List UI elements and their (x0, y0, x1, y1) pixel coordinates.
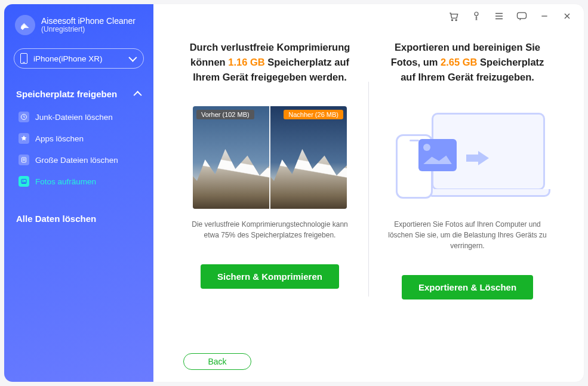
device-selector[interactable]: iPhone(iPhone XR) (14, 48, 144, 69)
sidebar-item-label: Fotos aufräumen (35, 177, 96, 186)
app-window: Aiseesoft iPhone Cleaner (Unregistriert)… (4, 4, 584, 382)
section-free-space[interactable]: Speicherplatz freigeben (11, 83, 146, 105)
export-illustration (390, 104, 545, 211)
sidebar-item-large-files[interactable]: Große Dateien löschen (11, 149, 146, 171)
sidebar-item-label: Junk-Dateien löschen (35, 113, 113, 122)
compress-headline: Durch verlustfreie Komprimierung können … (186, 40, 354, 84)
sidebar-item-label: Große Dateien löschen (35, 156, 118, 165)
section-items: Junk-Dateien löschen Apps löschen Große … (11, 105, 146, 198)
backup-compress-button[interactable]: Sichern & Komprimieren (201, 264, 339, 289)
compress-caption: Die verlustfreie Komprimierungstechnolog… (186, 219, 354, 240)
before-after-compare: Vorher (102 MB) Nachher (26 MB) (193, 106, 347, 209)
brand-status: (Unregistriert) (41, 26, 136, 34)
brand-name: Aiseesoft iPhone Cleaner (41, 16, 136, 26)
arrow-right-icon (466, 151, 490, 165)
device-label: iPhone(iPhone XR) (33, 54, 123, 63)
export-delete-button[interactable]: Exportieren & Löschen (402, 275, 533, 299)
export-headline: Exportieren und bereinigen Sie Fotos, um… (383, 40, 552, 84)
svg-point-7 (23, 180, 24, 181)
headline-highlight: 1.16 GB (228, 57, 264, 67)
back-button[interactable]: Back (183, 353, 251, 370)
compress-illustration: Vorher (102 MB) Nachher (26 MB) (192, 104, 347, 211)
chevron-up-icon (134, 91, 142, 99)
photo-card-icon (418, 139, 457, 171)
sidebar-item-photos[interactable]: Fotos aufräumen (11, 171, 146, 192)
chevron-down-icon (128, 54, 137, 62)
headline-highlight: 2.65 GB (441, 57, 477, 67)
panels: Durch verlustfreie Komprimierung können … (171, 40, 566, 314)
clock-icon (19, 112, 29, 122)
sidebar-item-apps[interactable]: Apps löschen (11, 128, 146, 149)
app-icon (19, 133, 29, 144)
sidebar-erase-all[interactable]: Alle Daten löschen (11, 198, 146, 224)
brand: Aiseesoft iPhone Cleaner (Unregistriert) (11, 13, 146, 42)
sidebar-item-junk[interactable]: Junk-Dateien löschen (11, 106, 146, 128)
phone-icon (20, 53, 27, 64)
badge-before: Vorher (102 MB) (196, 110, 254, 119)
export-caption: Exportieren Sie Fotos auf Ihren Computer… (383, 219, 552, 251)
section-title: Speicherplatz freigeben (16, 89, 117, 99)
sidebar: Aiseesoft iPhone Cleaner (Unregistriert)… (4, 4, 153, 382)
photo-icon (19, 176, 29, 187)
panel-compress: Durch verlustfreie Komprimierung können … (171, 40, 368, 314)
sidebar-item-label: Apps löschen (35, 134, 84, 143)
file-icon (19, 155, 29, 165)
main-content: Durch verlustfreie Komprimierung können … (153, 4, 584, 382)
panel-export: Exportieren und bereinigen Sie Fotos, um… (369, 40, 566, 314)
badge-after: Nachher (26 MB) (284, 110, 343, 119)
brand-icon (15, 15, 35, 35)
